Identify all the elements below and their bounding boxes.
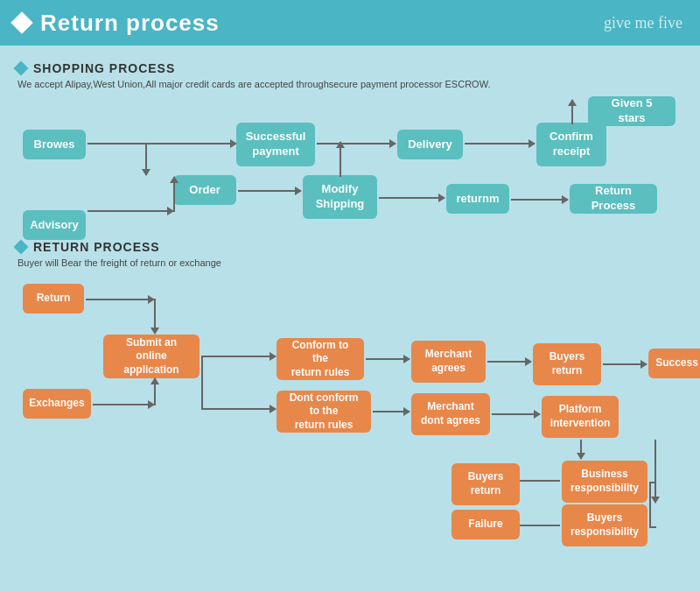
shopping-section-desc: We accept Alipay,West Union,All major cr… xyxy=(18,79,684,89)
arrow-exchanges-submit-v xyxy=(154,378,156,405)
exchanges-box: Exchanges xyxy=(23,389,91,419)
arrow-submit-dontconform-h xyxy=(201,408,276,410)
arrow-return-submit-v xyxy=(154,299,156,334)
arrow-merchant-platform xyxy=(492,413,540,415)
arrow-advisory-h xyxy=(88,210,173,212)
arrow-advisory-v xyxy=(173,177,175,212)
returnm-box: returnm xyxy=(446,184,509,214)
return-btn-box: Return xyxy=(23,284,84,314)
shopping-section-title: SHOPPING PROCESS xyxy=(33,61,175,75)
v-connector-1 xyxy=(145,144,147,175)
arrow-platform-business-v xyxy=(580,440,582,459)
arrow-delivery-confirm xyxy=(465,143,535,144)
arrow-modify-returnm xyxy=(379,197,444,199)
page-title: Return process xyxy=(40,10,220,37)
brand-logo: give me five xyxy=(604,14,682,32)
arrow-merchant-buyers1 xyxy=(487,361,531,363)
arrow-order-modify xyxy=(238,190,301,192)
arrow-payment-delivery xyxy=(317,143,396,144)
dont-conform-box: Dont conform to the return rules xyxy=(276,391,371,433)
return-section-header: RETURN PROCESS xyxy=(16,240,684,254)
arrow-platform-buyers-resp-v xyxy=(654,440,656,503)
main-content: SHOPPING PROCESS We accept Alipay,West U… xyxy=(0,46,700,538)
order-box: Order xyxy=(173,175,236,205)
merchant-dont-box: Merchant dont agrees xyxy=(411,393,490,435)
business-responsibility-box: Business responsibility xyxy=(562,461,648,503)
browes-box: Browes xyxy=(23,130,86,159)
bracket-top xyxy=(649,482,656,483)
submit-online-box: Submit an online application xyxy=(103,335,200,378)
platform-intervention-box: Platform intervention xyxy=(542,396,619,438)
successful-payment-box: Successful payment xyxy=(236,123,315,166)
arrow-submit-conform-top xyxy=(201,356,276,357)
shopping-diamond-icon xyxy=(14,61,29,76)
bracket-line-right xyxy=(649,482,651,527)
arrow-return-submit-h xyxy=(86,299,154,300)
arrow-browes-payment xyxy=(88,143,236,144)
shopping-flow-diagram: Given 5 stars Browes Successful payment … xyxy=(16,96,684,236)
advisory-box: Advisory xyxy=(23,210,86,240)
confirm-receipt-box: Confirm receipt xyxy=(536,123,606,166)
arrow-returnm-process xyxy=(511,199,568,201)
page-header: Return process give me five xyxy=(0,0,700,46)
return-section-desc: Buyer will Bear the freight of return or… xyxy=(18,257,684,268)
buyers-return-2-box: Buyers return xyxy=(452,463,520,505)
buyers-return-1-box: Buyers return xyxy=(533,343,601,385)
bracket-bottom xyxy=(649,526,656,528)
arrow-confirm-stars-v xyxy=(571,100,573,124)
arrow-dontconform-merchant xyxy=(373,411,410,412)
buyers-responsibility-box: Buyers responsibility xyxy=(562,504,648,546)
conform-rules-box: Conform to the return rules xyxy=(276,338,364,380)
v-arrow-modify-payment xyxy=(340,142,341,177)
return-section-title: RETURN PROCESS xyxy=(33,240,160,254)
given-5-stars-box: Given 5 stars xyxy=(588,96,676,126)
shopping-section-header: SHOPPING PROCESS xyxy=(16,61,684,75)
modify-shipping-box: Modify Shipping xyxy=(303,175,377,219)
arrow-exchanges-submit-h xyxy=(93,404,154,405)
merchant-agrees-box: Merchant agrees xyxy=(411,341,486,383)
return-flow-diagram: Return Submit an online application Exch… xyxy=(16,275,684,529)
delivery-box: Delivery xyxy=(397,130,463,159)
arrow-buyers1-success xyxy=(603,363,647,365)
arrow-conform-merchant xyxy=(366,358,410,360)
failure-box: Failure xyxy=(452,510,520,539)
arrow-submit-dontconform-v xyxy=(201,356,203,408)
return-diamond-icon xyxy=(14,240,29,255)
return-process-box: Return Process xyxy=(570,184,657,214)
header-diamond-icon xyxy=(10,11,32,33)
success-box: Success xyxy=(648,349,700,378)
